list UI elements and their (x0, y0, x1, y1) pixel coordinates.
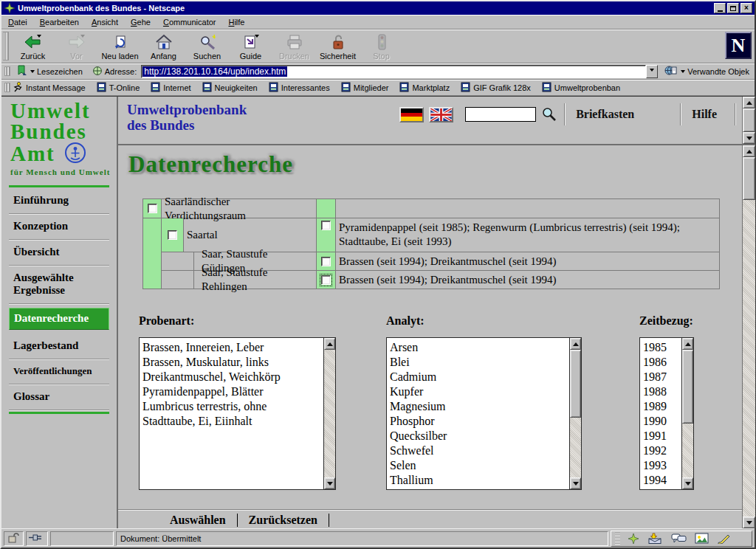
personal-bookmark-interessantes[interactable]: Interessantes (269, 82, 330, 94)
german-flag-icon[interactable] (399, 107, 424, 122)
related-objects-button[interactable]: Verwandte Objek (661, 65, 753, 78)
list-option[interactable]: Quecksilber (390, 429, 567, 443)
scroll-up-button[interactable] (743, 145, 755, 157)
url-input[interactable]: http://138.201.10.164/upb/index.htm (141, 65, 646, 78)
navigator-icon[interactable] (628, 534, 639, 544)
personal-bookmark-internet[interactable]: Internet (151, 82, 190, 94)
close-button[interactable]: × (740, 3, 752, 13)
mailbox-link[interactable]: Briefkasten (573, 108, 673, 121)
list-option[interactable]: Arsen (390, 340, 567, 355)
scroll-down-button[interactable] (682, 477, 693, 489)
scroll-thumb[interactable] (682, 350, 693, 424)
list-option[interactable]: Brassen, Muskulatur, links (142, 355, 321, 370)
scroll-down-button[interactable] (743, 517, 755, 528)
personal-bookmark-instant-message[interactable]: Instant Message (13, 82, 86, 94)
listbox-probenart[interactable]: Brassen, Innereien, LeberBrassen, Muskul… (139, 337, 336, 490)
list-option[interactable]: Schwefel (390, 443, 567, 458)
sidebar-item-ver-ffentlichungen[interactable]: Veröffentlichungen (9, 359, 109, 384)
inbox-icon[interactable] (647, 533, 663, 544)
toolbar-zur-ck-button[interactable]: Zurück (11, 30, 55, 63)
list-option[interactable]: Phosphor (390, 414, 567, 429)
list-option[interactable]: 1991 (643, 429, 679, 443)
scroll-up-button[interactable] (743, 97, 755, 108)
scroll-track[interactable] (570, 350, 581, 477)
list-option[interactable]: 1988 (643, 384, 679, 399)
list-option[interactable]: Selen (390, 458, 567, 473)
personal-bookmark-neuigkeiten[interactable]: Neuigkeiten (202, 82, 258, 94)
list-option[interactable]: Blei (390, 355, 567, 370)
component-bar-grip[interactable] (615, 533, 620, 545)
personal-bookmark-t-online[interactable]: T-Online (97, 82, 140, 94)
checkbox-cell[interactable] (317, 218, 336, 252)
menu-hilfe[interactable]: Hilfe (228, 18, 244, 27)
personal-bookmark-gif-grafik-128x[interactable]: GIF Grafik 128x (461, 82, 531, 94)
toolbar-anfang-button[interactable]: Anfang (142, 30, 185, 63)
list-option[interactable]: Dreikantmuschel, Weichkörp (142, 370, 321, 384)
main-frame-scrollbar[interactable] (743, 145, 755, 528)
checkbox[interactable] (168, 230, 177, 240)
list-option[interactable]: Cadmium (390, 370, 567, 384)
list-option[interactable]: Stadttaube, Ei, Eiinhalt (142, 414, 321, 429)
scroll-down-button[interactable] (570, 477, 581, 489)
list-option[interactable]: 1986 (643, 355, 679, 370)
listbox-scrollbar[interactable] (681, 338, 693, 489)
list-option[interactable]: 1990 (643, 414, 679, 429)
scroll-up-button[interactable] (570, 338, 581, 350)
scroll-down-button[interactable] (324, 477, 335, 489)
toolbar-neu-laden-button[interactable]: Neu laden (98, 30, 142, 63)
scroll-track[interactable] (324, 350, 335, 477)
scroll-thumb[interactable] (743, 157, 755, 200)
listbox-analyt[interactable]: ArsenBleiCadmiumKupferMagnesiumPhosphorQ… (386, 337, 582, 490)
bookmarks-button[interactable]: Lesezeichen (13, 65, 86, 78)
checkbox[interactable] (321, 221, 331, 230)
sidebar-item-konzeption[interactable]: Konzeption (9, 214, 109, 240)
menu-ansicht[interactable]: Ansicht (92, 18, 118, 27)
listbox-scrollbar[interactable] (323, 338, 335, 489)
address-book-icon[interactable] (695, 533, 709, 544)
list-option[interactable]: 1989 (643, 399, 679, 414)
listbox-scrollbar[interactable] (569, 338, 581, 489)
list-option[interactable]: Lumbricus terrestris, ohne (142, 399, 321, 414)
scroll-up-button[interactable] (324, 338, 335, 350)
header-frame-scrollbar[interactable] (743, 97, 755, 145)
list-option[interactable]: Pyramidenpappel, Blätter (142, 384, 321, 399)
scroll-thumb[interactable] (570, 350, 581, 418)
checkbox[interactable] (321, 275, 331, 285)
list-option[interactable]: 1987 (643, 370, 679, 384)
checkbox-cell[interactable] (317, 271, 336, 289)
list-option[interactable]: Kupfer (390, 384, 567, 399)
toolbar-sicherheit-button[interactable]: Sicherheit (316, 30, 360, 63)
titlebar[interactable]: Umweltprobenbank des Bundes - Netscape × (1, 1, 755, 15)
help-link[interactable]: Hilfe (689, 108, 727, 121)
magnifier-icon[interactable] (541, 106, 557, 123)
toolbar-suchen-button[interactable]: Suchen (185, 30, 229, 63)
discussions-icon[interactable] (671, 534, 687, 544)
netscape-logo[interactable]: N (725, 32, 752, 59)
toolbar-grip[interactable] (3, 32, 9, 61)
minimize-button[interactable] (714, 3, 726, 13)
list-option[interactable]: 1994 (643, 473, 679, 488)
personal-bookmark-umweltprobenban[interactable]: Umweltprobenban (542, 82, 620, 94)
url-dropdown-button[interactable] (646, 65, 658, 78)
list-option[interactable]: 1985 (643, 340, 679, 355)
composer-icon[interactable] (717, 533, 731, 544)
toolbar-guide-button[interactable]: Guide (229, 30, 272, 63)
menu-datei[interactable]: Datei (8, 18, 27, 27)
security-status[interactable] (4, 531, 24, 546)
checkbox-cell[interactable] (317, 252, 336, 271)
list-option[interactable]: Magnesium (390, 399, 567, 414)
sidebar-item-glossar[interactable]: Glossar (9, 384, 109, 410)
uk-flag-icon[interactable] (429, 107, 453, 122)
list-option[interactable]: 1993 (643, 458, 679, 473)
list-option[interactable]: Brassen, Innereien, Leber (142, 340, 321, 355)
checkbox[interactable] (148, 204, 157, 213)
checkbox[interactable] (321, 257, 331, 266)
address-toolbar-grip[interactable] (4, 66, 10, 76)
scroll-up-button[interactable] (682, 338, 693, 350)
maximize-button[interactable] (727, 3, 739, 13)
sidebar-item-einf-hrung[interactable]: Einführung (9, 188, 109, 214)
scroll-track[interactable] (682, 350, 693, 477)
reset-button[interactable]: Zurücksetzen (238, 514, 329, 527)
listbox-zeitbezug[interactable]: 1985198619871988198919901991199219931994 (639, 337, 694, 490)
sidebar-item-lagerbestand[interactable]: Lagerbestand (9, 334, 109, 359)
